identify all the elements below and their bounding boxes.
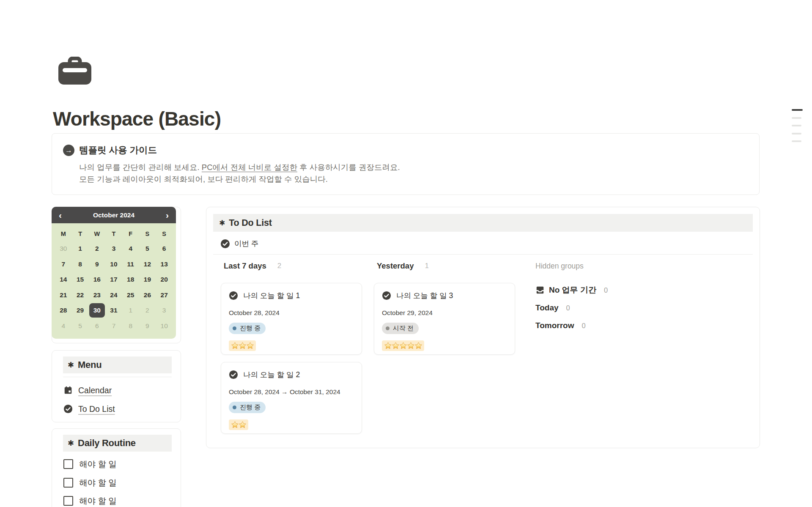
outline-rail <box>792 109 803 148</box>
star-icon <box>231 342 239 350</box>
outline-line[interactable] <box>792 140 801 142</box>
hidden-group-row[interactable]: Tomorrow0 <box>535 317 675 334</box>
calendar-day[interactable]: 10 <box>156 318 173 334</box>
calendar-day[interactable]: 15 <box>72 272 89 288</box>
hidden-group-count: 0 <box>604 286 608 294</box>
calendar-day[interactable]: 9 <box>88 257 105 272</box>
calendar-day[interactable]: 10 <box>105 257 122 272</box>
calendar-month-label: October 2024 <box>93 211 134 219</box>
calendar-day[interactable]: 6 <box>156 241 173 257</box>
calendar-day[interactable]: 4 <box>55 318 72 334</box>
calendar-day[interactable]: 2 <box>88 241 105 257</box>
menu-item-to-do-list[interactable]: To Do List <box>63 400 115 418</box>
calendar-day[interactable]: 5 <box>72 318 89 334</box>
menu-item-calendar[interactable]: Calendar <box>63 381 115 400</box>
callout-line1-post: 후 사용하시기를 권장드려요. <box>297 163 400 172</box>
callout-line1-pre: 나의 업무를 간단히 관리해 보세요. <box>79 163 202 172</box>
divider <box>213 254 753 255</box>
star-rating <box>229 419 248 430</box>
calendar-day[interactable]: 23 <box>88 288 105 303</box>
hidden-group-count: 0 <box>566 304 570 312</box>
card-title: 나의 오늘 할 일 1 <box>243 290 300 301</box>
status-label: 진행 중 <box>240 324 261 332</box>
check-circle-icon <box>229 291 238 300</box>
outline-line[interactable] <box>792 125 801 126</box>
calendar-selected-day: 30 <box>89 303 105 318</box>
todo-checkbox-item: 해야 할 일 <box>63 492 117 507</box>
calendar-day[interactable]: 3 <box>156 303 173 318</box>
outline-line[interactable] <box>792 117 801 119</box>
calendar-day[interactable]: 2 <box>139 303 156 318</box>
todo-checkbox-item: 해야 할 일 <box>63 455 117 474</box>
status-badge: 시작 전 <box>382 323 419 334</box>
card-title-row: 나의 오늘 할 일 2 <box>229 370 354 380</box>
hidden-groups-rows: No 업무 기간0Today0Tomorrow0 <box>535 281 675 334</box>
calendar-day[interactable]: 30 <box>88 303 105 318</box>
calendar-day[interactable]: 14 <box>55 272 72 288</box>
asterisk-icon: ✱ <box>68 438 74 448</box>
calendar-day[interactable]: 31 <box>105 303 122 318</box>
calendar-next-icon[interactable]: › <box>166 211 169 219</box>
checkbox[interactable] <box>63 459 73 469</box>
todo-list-panel: ✱ To Do List 이번 주 Hidden groups No 업무 기간… <box>206 207 760 448</box>
view-tab-this-week[interactable]: 이번 주 <box>220 237 258 250</box>
checkbox[interactable] <box>63 496 73 506</box>
check-circle-icon <box>63 404 73 414</box>
hidden-group-label: Tomorrow <box>535 321 574 330</box>
calendar-day[interactable]: 1 <box>72 241 89 257</box>
outline-line-active[interactable] <box>792 109 803 111</box>
calendar-day[interactable]: 27 <box>156 288 173 303</box>
card-title-row: 나의 오늘 할 일 1 <box>229 290 354 301</box>
todo-card[interactable]: 나의 오늘 할 일 2October 28, 2024 → October 31… <box>221 362 362 434</box>
hidden-group-row[interactable]: No 업무 기간0 <box>535 281 675 299</box>
menu-header-label: Menu <box>78 359 102 370</box>
daily-routine-section: ✱ Daily Routine 해야 할 일해야 할 일해야 할 일 <box>52 428 181 507</box>
calendar-weekday-label: T <box>72 227 89 241</box>
calendar-day[interactable]: 6 <box>88 318 105 334</box>
todo-card[interactable]: 나의 오늘 할 일 3October 29, 2024시작 전 <box>374 283 515 355</box>
calendar-day[interactable]: 7 <box>55 257 72 272</box>
calendar-day[interactable]: 28 <box>55 303 72 318</box>
calendar-day[interactable]: 8 <box>72 257 89 272</box>
calendar-day[interactable]: 3 <box>105 241 122 257</box>
todo-checkbox-item: 해야 할 일 <box>63 474 117 492</box>
full-width-link[interactable]: PC에서 전체 너비로 설정한 <box>202 163 297 172</box>
inbox-icon <box>535 285 545 295</box>
calendar-weekday-label: M <box>55 227 72 241</box>
calendar-day[interactable]: 25 <box>122 288 139 303</box>
calendar-day[interactable]: 24 <box>105 288 122 303</box>
calendar-day[interactable]: 30 <box>55 241 72 257</box>
hidden-group-row[interactable]: Today0 <box>535 299 675 317</box>
column-cards: 나의 오늘 할 일 3October 29, 2024시작 전 <box>374 283 515 355</box>
outline-line[interactable] <box>792 133 801 134</box>
calendar-header: ‹ October 2024 › <box>52 207 176 223</box>
calendar-day[interactable]: 16 <box>88 272 105 288</box>
calendar-day[interactable]: 4 <box>122 241 139 257</box>
calendar-day[interactable]: 11 <box>122 257 139 272</box>
checkbox[interactable] <box>63 478 73 488</box>
briefcase-icon[interactable] <box>58 57 91 85</box>
calendar-prev-icon[interactable]: ‹ <box>59 211 62 219</box>
calendar-day[interactable]: 17 <box>105 272 122 288</box>
calendar-day[interactable]: 12 <box>139 257 156 272</box>
calendar-day[interactable]: 7 <box>105 318 122 334</box>
status-dot-icon <box>233 406 236 409</box>
calendar-day[interactable]: 26 <box>139 288 156 303</box>
asterisk-icon: ✱ <box>219 219 225 227</box>
calendar-day[interactable]: 18 <box>122 272 139 288</box>
asterisk-icon: ✱ <box>68 360 74 370</box>
todo-card[interactable]: 나의 오늘 할 일 1October 28, 2024진행 중 <box>221 283 362 355</box>
callout-body: 나의 업무를 간단히 관리해 보세요. PC에서 전체 너비로 설정한 후 사용… <box>79 162 400 185</box>
calendar-day[interactable]: 29 <box>72 303 89 318</box>
calendar-day[interactable]: 8 <box>122 318 139 334</box>
calendar-day[interactable]: 20 <box>156 272 173 288</box>
calendar-day[interactable]: 22 <box>72 288 89 303</box>
calendar-day[interactable]: 21 <box>55 288 72 303</box>
calendar-day[interactable]: 13 <box>156 257 173 272</box>
calendar-day[interactable]: 19 <box>139 272 156 288</box>
column-header: Last 7 days2 <box>221 257 362 275</box>
calendar-day[interactable]: 9 <box>139 318 156 334</box>
card-date: October 29, 2024 <box>382 309 507 317</box>
calendar-day[interactable]: 1 <box>122 303 139 318</box>
calendar-day[interactable]: 5 <box>139 241 156 257</box>
